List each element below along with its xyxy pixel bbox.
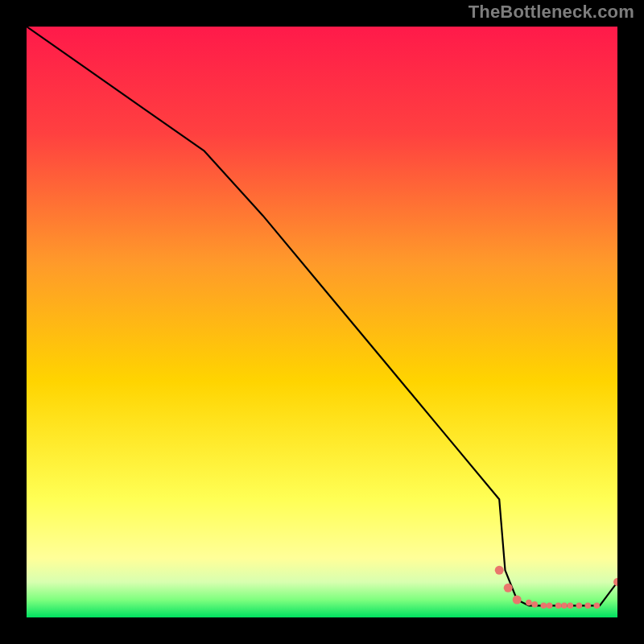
highlight-marker bbox=[495, 566, 504, 575]
highlight-marker bbox=[594, 603, 601, 609]
plot-area bbox=[27, 27, 617, 617]
gradient-background bbox=[27, 27, 617, 617]
chart-stage: TheBottleneck.com bbox=[0, 0, 644, 644]
highlight-marker bbox=[504, 584, 513, 592]
highlight-marker bbox=[585, 603, 592, 609]
highlight-marker bbox=[561, 603, 568, 609]
highlight-marker bbox=[531, 601, 538, 608]
highlight-marker bbox=[513, 596, 522, 605]
highlight-marker bbox=[547, 603, 553, 609]
highlight-marker bbox=[555, 603, 562, 609]
chart-svg bbox=[27, 27, 617, 617]
watermark-text: TheBottleneck.com bbox=[469, 2, 634, 23]
highlight-marker bbox=[568, 603, 574, 609]
highlight-marker bbox=[526, 600, 532, 606]
highlight-marker bbox=[541, 603, 547, 609]
highlight-marker bbox=[576, 603, 583, 609]
